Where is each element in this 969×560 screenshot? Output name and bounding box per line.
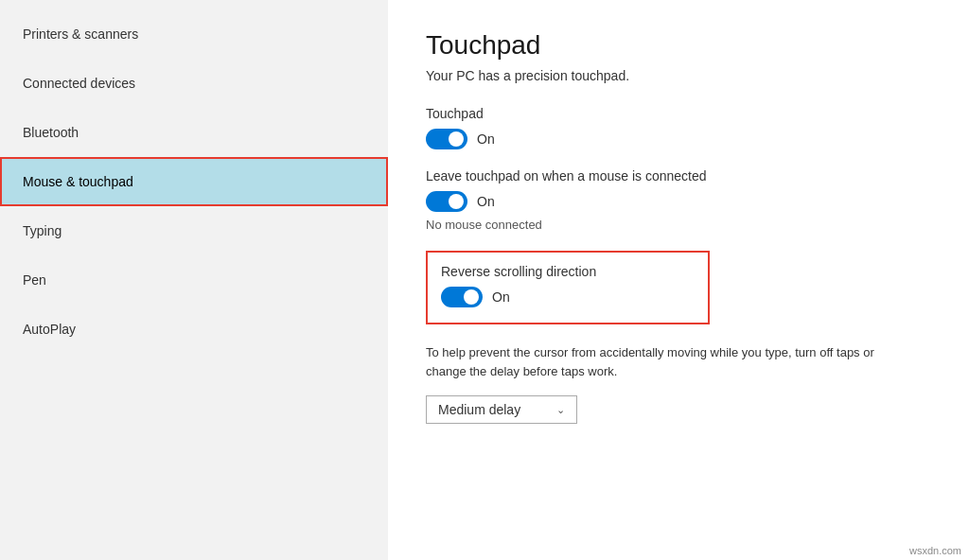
main-content: Touchpad Your PC has a precision touchpa… xyxy=(388,0,969,560)
subtitle: Your PC has a precision touchpad. xyxy=(426,68,931,83)
sidebar-item-printers[interactable]: Printers & scanners xyxy=(0,9,388,59)
sidebar-item-typing[interactable]: Typing xyxy=(0,206,388,255)
page-title: Touchpad xyxy=(426,30,931,61)
sidebar-item-autoplay[interactable]: AutoPlay xyxy=(0,305,388,354)
sidebar-item-pen[interactable]: Pen xyxy=(0,255,388,305)
sidebar-item-connected-devices[interactable]: Connected devices xyxy=(0,59,388,108)
sidebar-item-bluetooth[interactable]: Bluetooth xyxy=(0,108,388,157)
delay-dropdown[interactable]: Medium delay ⌄ xyxy=(426,395,577,424)
reverse-scrolling-toggle-thumb xyxy=(464,289,479,305)
reverse-scrolling-toggle[interactable] xyxy=(441,287,483,307)
leave-touchpad-toggle-thumb xyxy=(449,194,464,209)
touchpad-setting: Touchpad On xyxy=(426,106,931,149)
reverse-scrolling-label: Reverse scrolling direction xyxy=(441,264,695,279)
touchpad-toggle-status: On xyxy=(477,131,495,147)
reverse-scrolling-toggle-track xyxy=(441,287,483,307)
chevron-down-icon: ⌄ xyxy=(556,404,565,416)
sidebar-item-mouse-touchpad[interactable]: Mouse & touchpad xyxy=(0,157,388,206)
touchpad-toggle[interactable] xyxy=(426,129,467,149)
reverse-scrolling-toggle-row: On xyxy=(441,287,695,307)
reverse-scrolling-box: Reverse scrolling direction On xyxy=(426,251,710,324)
sidebar: Printers & scannersConnected devicesBlue… xyxy=(0,0,388,560)
leave-touchpad-toggle-status: On xyxy=(477,194,495,209)
touchpad-toggle-thumb xyxy=(449,131,464,147)
leave-touchpad-setting: Leave touchpad on when a mouse is connec… xyxy=(426,168,931,232)
leave-touchpad-toggle[interactable] xyxy=(426,191,467,212)
delay-dropdown-label: Medium delay xyxy=(438,402,520,417)
watermark-badge: wsxdn.com xyxy=(909,545,961,556)
reverse-scrolling-status: On xyxy=(492,289,510,305)
leave-touchpad-toggle-track xyxy=(426,191,467,212)
no-mouse-note: No mouse connected xyxy=(426,218,931,232)
touchpad-toggle-track xyxy=(426,129,467,149)
leave-touchpad-label: Leave touchpad on when a mouse is connec… xyxy=(426,168,931,184)
help-text: To help prevent the cursor from accident… xyxy=(426,343,918,380)
touchpad-label: Touchpad xyxy=(426,106,931,121)
leave-touchpad-toggle-row: On xyxy=(426,191,931,212)
touchpad-toggle-row: On xyxy=(426,129,931,149)
